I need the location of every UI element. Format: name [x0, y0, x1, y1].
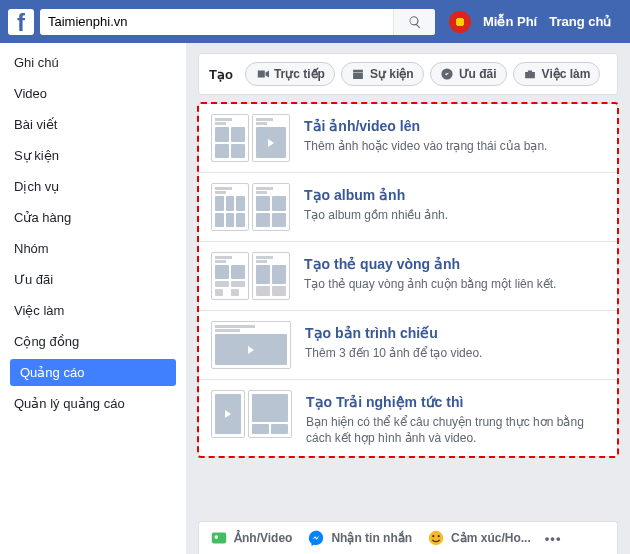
- calendar-icon: [351, 67, 365, 81]
- sidebar: Ghi chúVideoBài viếtSự kiệnDịch vụCửa hà…: [0, 43, 186, 554]
- search-button[interactable]: [393, 9, 435, 35]
- option-description: Tạo thẻ quay vòng ảnh cuộn bằng một liên…: [304, 276, 556, 292]
- home-link[interactable]: Trang chủ: [549, 14, 611, 29]
- composer-footer: Ảnh/VideoNhận tin nhắnCảm xúc/Ho...•••: [198, 521, 618, 554]
- sidebar-item[interactable]: Nhóm: [0, 233, 186, 264]
- option-title: Tạo thẻ quay vòng ảnh: [304, 256, 556, 272]
- create-options-panel: Tải ảnh/video lênThêm ảnh hoặc video vào…: [198, 103, 618, 457]
- main-content: Tạo Trực tiếpSự kiệnƯu đãiViệc làm Tải ả…: [186, 43, 630, 554]
- create-option[interactable]: Tải ảnh/video lênThêm ảnh hoặc video vào…: [199, 104, 617, 173]
- footer-tab[interactable]: Cảm xúc/Ho...: [426, 528, 531, 548]
- option-thumbnail: [211, 183, 290, 231]
- briefcase-icon: [523, 67, 537, 81]
- option-description: Thêm ảnh hoặc video vào trạng thái của b…: [304, 138, 547, 154]
- svg-point-3: [429, 531, 443, 545]
- option-description: Thêm 3 đến 10 ảnh để tạo video.: [305, 345, 482, 361]
- create-bar: Tạo Trực tiếpSự kiệnƯu đãiViệc làm: [198, 53, 618, 95]
- vietnam-flag-icon: [449, 11, 471, 33]
- create-chip[interactable]: Việc làm: [513, 62, 601, 86]
- option-thumbnail: [211, 390, 292, 446]
- more-button[interactable]: •••: [545, 531, 562, 546]
- sidebar-item[interactable]: Quản lý quảng cáo: [0, 388, 186, 419]
- option-title: Tạo album ảnh: [304, 187, 448, 203]
- svg-point-2: [215, 535, 219, 539]
- search-input[interactable]: [40, 14, 393, 29]
- smile-icon: [426, 528, 446, 548]
- svg-point-4: [432, 535, 434, 537]
- top-bar: f Miễn Phí Trang chủ: [0, 0, 630, 43]
- sidebar-item[interactable]: Quảng cáo: [10, 359, 176, 386]
- facebook-logo[interactable]: f: [8, 9, 34, 35]
- option-thumbnail: [211, 321, 291, 369]
- sidebar-item[interactable]: Dịch vụ: [0, 171, 186, 202]
- tag-icon: [440, 67, 454, 81]
- option-description: Tạo album gồm nhiều ảnh.: [304, 207, 448, 223]
- create-option[interactable]: Tạo Trải nghiệm tức thìBạn hiện có thể k…: [199, 380, 617, 456]
- sidebar-item[interactable]: Ưu đãi: [0, 264, 186, 295]
- search-wrap: [40, 9, 435, 35]
- option-title: Tạo bản trình chiếu: [305, 325, 482, 341]
- sidebar-item[interactable]: Cộng đồng: [0, 326, 186, 357]
- sidebar-item[interactable]: Sự kiện: [0, 140, 186, 171]
- create-chip[interactable]: Trực tiếp: [245, 62, 335, 86]
- svg-point-5: [438, 535, 440, 537]
- create-chip[interactable]: Sự kiện: [341, 62, 424, 86]
- create-label: Tạo: [209, 67, 233, 82]
- create-option[interactable]: Tạo thẻ quay vòng ảnhTạo thẻ quay vòng ả…: [199, 242, 617, 311]
- photo-icon: [209, 528, 229, 548]
- sidebar-item[interactable]: Bài viết: [0, 109, 186, 140]
- sidebar-item[interactable]: Video: [0, 78, 186, 109]
- option-description: Bạn hiện có thể kể câu chuyện trung thực…: [306, 414, 605, 446]
- option-thumbnail: [211, 252, 290, 300]
- video-icon: [255, 67, 269, 81]
- sidebar-item[interactable]: Ghi chú: [0, 47, 186, 78]
- svg-rect-1: [212, 533, 226, 544]
- create-option[interactable]: Tạo bản trình chiếuThêm 3 đến 10 ảnh để …: [199, 311, 617, 380]
- option-title: Tải ảnh/video lên: [304, 118, 547, 134]
- sidebar-item[interactable]: Cửa hàng: [0, 202, 186, 233]
- sidebar-item[interactable]: Việc làm: [0, 295, 186, 326]
- layout: Ghi chúVideoBài viếtSự kiệnDịch vụCửa hà…: [0, 43, 630, 554]
- brand-link[interactable]: Miễn Phí: [483, 14, 537, 29]
- footer-tab[interactable]: Ảnh/Video: [209, 528, 292, 548]
- option-title: Tạo Trải nghiệm tức thì: [306, 394, 605, 410]
- footer-tab[interactable]: Nhận tin nhắn: [306, 528, 412, 548]
- messenger-icon: [306, 528, 326, 548]
- create-option[interactable]: Tạo album ảnhTạo album gồm nhiều ảnh.: [199, 173, 617, 242]
- search-icon: [408, 15, 422, 29]
- option-thumbnail: [211, 114, 290, 162]
- create-chip[interactable]: Ưu đãi: [430, 62, 507, 86]
